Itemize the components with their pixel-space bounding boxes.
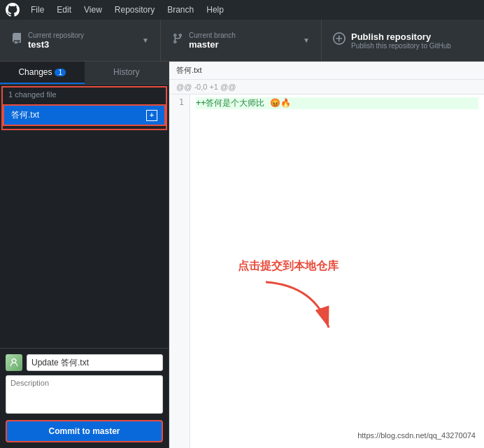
changes-badge: 1 xyxy=(55,69,66,76)
menu-branch[interactable]: Branch xyxy=(162,3,199,17)
changed-files-area: 答何.txt + xyxy=(3,102,166,129)
commit-button[interactable]: Commit to master xyxy=(6,420,163,442)
repo-text-block: Current repository test3 xyxy=(28,31,84,50)
avatar xyxy=(6,354,22,371)
github-logo-icon xyxy=(6,3,20,17)
file-item[interactable]: 答何.txt + xyxy=(3,104,166,126)
diff-header: 答何.txt xyxy=(169,62,484,80)
diff-line-added: ++答何是个大师比 😡🔥 xyxy=(196,97,478,109)
menu-repository[interactable]: Repository xyxy=(109,3,160,17)
publish-subtitle: Publish this repository to GitHub xyxy=(351,42,451,50)
commit-summary-row xyxy=(6,354,163,371)
branch-icon xyxy=(172,33,183,48)
spacer xyxy=(0,132,169,348)
diff-range-header: @@ -0,0 +1 @@ xyxy=(169,80,484,94)
file-name: 答何.txt xyxy=(11,109,142,121)
repo-chevron-icon: ▼ xyxy=(142,36,149,44)
toolbar: Current repository test3 ▼ Current branc… xyxy=(0,20,484,62)
branch-name: master xyxy=(189,39,236,50)
diff-line-number: 1 xyxy=(175,97,184,107)
menu-help[interactable]: Help xyxy=(201,3,229,17)
main-layout: Changes1 History 1 changed file 答何.txt + xyxy=(0,62,484,448)
publish-text-block: Publish repository Publish this reposito… xyxy=(351,31,451,50)
file-status-icon: + xyxy=(146,110,157,121)
repo-name: test3 xyxy=(28,39,84,50)
diff-body: 1 ++答何是个大师比 😡🔥 xyxy=(169,94,484,448)
commit-summary-input[interactable] xyxy=(27,354,163,371)
menu-view[interactable]: View xyxy=(78,3,108,17)
current-branch-section[interactable]: Current branch master ▼ xyxy=(161,20,322,61)
repo-icon xyxy=(11,33,22,48)
menu-bar: File Edit View Repository Branch Help xyxy=(0,0,484,20)
left-panel: Changes1 History 1 changed file 答何.txt + xyxy=(0,62,169,448)
diff-content-area: ++答何是个大师比 😡🔥 xyxy=(190,94,484,448)
tabs: Changes1 History xyxy=(0,62,169,85)
commit-description-input[interactable] xyxy=(6,375,163,414)
menu-file[interactable]: File xyxy=(25,3,50,17)
file-list-wrapper: 1 changed file 答何.txt + xyxy=(1,86,167,130)
branch-label: Current branch xyxy=(189,31,236,39)
tab-history[interactable]: History xyxy=(85,62,169,84)
changed-files-header: 1 changed file xyxy=(3,88,166,102)
right-panel: 答何.txt @@ -0,0 +1 @@ 1 ++答何是个大师比 😡🔥 xyxy=(169,62,484,448)
tab-changes[interactable]: Changes1 xyxy=(0,62,85,84)
publish-section[interactable]: Publish repository Publish this reposito… xyxy=(322,20,484,61)
repo-label: Current repository xyxy=(28,31,84,39)
publish-title: Publish repository xyxy=(351,31,451,42)
diff-line-numbers: 1 xyxy=(169,94,190,448)
menu-edit[interactable]: Edit xyxy=(51,3,77,17)
publish-icon xyxy=(333,32,346,48)
commit-section: Commit to master xyxy=(0,348,169,448)
current-repo-section[interactable]: Current repository test3 ▼ xyxy=(0,20,161,61)
branch-chevron-icon: ▼ xyxy=(303,36,310,44)
diff-file-name: 答何.txt xyxy=(176,66,202,74)
branch-text-block: Current branch master xyxy=(189,31,236,50)
